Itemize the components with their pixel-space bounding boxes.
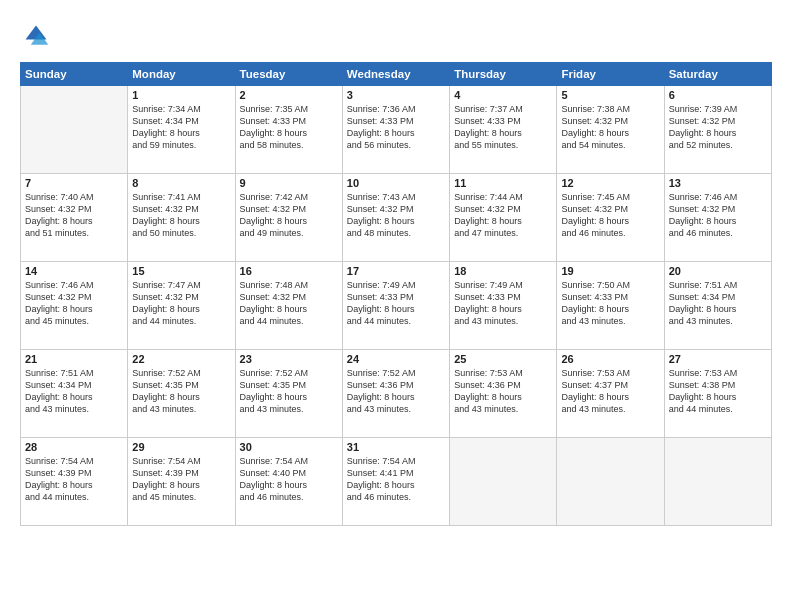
cell-info: Sunrise: 7:53 AM Sunset: 4:37 PM Dayligh…	[561, 367, 659, 416]
day-number: 14	[25, 265, 123, 277]
calendar-header-row: SundayMondayTuesdayWednesdayThursdayFrid…	[21, 63, 772, 86]
calendar-cell: 15Sunrise: 7:47 AM Sunset: 4:32 PM Dayli…	[128, 262, 235, 350]
calendar-cell: 23Sunrise: 7:52 AM Sunset: 4:35 PM Dayli…	[235, 350, 342, 438]
logo	[20, 22, 54, 54]
cell-info: Sunrise: 7:45 AM Sunset: 4:32 PM Dayligh…	[561, 191, 659, 240]
cell-info: Sunrise: 7:54 AM Sunset: 4:41 PM Dayligh…	[347, 455, 445, 504]
cell-info: Sunrise: 7:43 AM Sunset: 4:32 PM Dayligh…	[347, 191, 445, 240]
calendar-cell: 19Sunrise: 7:50 AM Sunset: 4:33 PM Dayli…	[557, 262, 664, 350]
day-number: 25	[454, 353, 552, 365]
day-number: 4	[454, 89, 552, 101]
cell-info: Sunrise: 7:52 AM Sunset: 4:35 PM Dayligh…	[240, 367, 338, 416]
calendar-header-monday: Monday	[128, 63, 235, 86]
calendar-cell: 25Sunrise: 7:53 AM Sunset: 4:36 PM Dayli…	[450, 350, 557, 438]
calendar-cell	[664, 438, 771, 526]
calendar-cell: 28Sunrise: 7:54 AM Sunset: 4:39 PM Dayli…	[21, 438, 128, 526]
cell-info: Sunrise: 7:54 AM Sunset: 4:39 PM Dayligh…	[132, 455, 230, 504]
page: SundayMondayTuesdayWednesdayThursdayFrid…	[0, 0, 792, 612]
day-number: 22	[132, 353, 230, 365]
calendar-cell: 1Sunrise: 7:34 AM Sunset: 4:34 PM Daylig…	[128, 86, 235, 174]
cell-info: Sunrise: 7:34 AM Sunset: 4:34 PM Dayligh…	[132, 103, 230, 152]
calendar-cell: 11Sunrise: 7:44 AM Sunset: 4:32 PM Dayli…	[450, 174, 557, 262]
calendar-week-3: 14Sunrise: 7:46 AM Sunset: 4:32 PM Dayli…	[21, 262, 772, 350]
cell-info: Sunrise: 7:48 AM Sunset: 4:32 PM Dayligh…	[240, 279, 338, 328]
day-number: 12	[561, 177, 659, 189]
cell-info: Sunrise: 7:41 AM Sunset: 4:32 PM Dayligh…	[132, 191, 230, 240]
calendar-cell: 3Sunrise: 7:36 AM Sunset: 4:33 PM Daylig…	[342, 86, 449, 174]
calendar-cell: 6Sunrise: 7:39 AM Sunset: 4:32 PM Daylig…	[664, 86, 771, 174]
day-number: 17	[347, 265, 445, 277]
cell-info: Sunrise: 7:52 AM Sunset: 4:36 PM Dayligh…	[347, 367, 445, 416]
calendar-cell: 8Sunrise: 7:41 AM Sunset: 4:32 PM Daylig…	[128, 174, 235, 262]
day-number: 8	[132, 177, 230, 189]
day-number: 31	[347, 441, 445, 453]
calendar-cell: 4Sunrise: 7:37 AM Sunset: 4:33 PM Daylig…	[450, 86, 557, 174]
calendar-cell: 24Sunrise: 7:52 AM Sunset: 4:36 PM Dayli…	[342, 350, 449, 438]
cell-info: Sunrise: 7:54 AM Sunset: 4:39 PM Dayligh…	[25, 455, 123, 504]
calendar-cell	[450, 438, 557, 526]
cell-info: Sunrise: 7:44 AM Sunset: 4:32 PM Dayligh…	[454, 191, 552, 240]
calendar-cell	[21, 86, 128, 174]
day-number: 11	[454, 177, 552, 189]
calendar-cell: 18Sunrise: 7:49 AM Sunset: 4:33 PM Dayli…	[450, 262, 557, 350]
calendar-cell: 31Sunrise: 7:54 AM Sunset: 4:41 PM Dayli…	[342, 438, 449, 526]
cell-info: Sunrise: 7:39 AM Sunset: 4:32 PM Dayligh…	[669, 103, 767, 152]
day-number: 13	[669, 177, 767, 189]
cell-info: Sunrise: 7:36 AM Sunset: 4:33 PM Dayligh…	[347, 103, 445, 152]
day-number: 21	[25, 353, 123, 365]
cell-info: Sunrise: 7:53 AM Sunset: 4:36 PM Dayligh…	[454, 367, 552, 416]
calendar-cell	[557, 438, 664, 526]
day-number: 19	[561, 265, 659, 277]
day-number: 6	[669, 89, 767, 101]
cell-info: Sunrise: 7:47 AM Sunset: 4:32 PM Dayligh…	[132, 279, 230, 328]
calendar-table: SundayMondayTuesdayWednesdayThursdayFrid…	[20, 62, 772, 526]
calendar-header-wednesday: Wednesday	[342, 63, 449, 86]
day-number: 28	[25, 441, 123, 453]
calendar-cell: 14Sunrise: 7:46 AM Sunset: 4:32 PM Dayli…	[21, 262, 128, 350]
cell-info: Sunrise: 7:51 AM Sunset: 4:34 PM Dayligh…	[669, 279, 767, 328]
calendar-week-5: 28Sunrise: 7:54 AM Sunset: 4:39 PM Dayli…	[21, 438, 772, 526]
calendar-cell: 26Sunrise: 7:53 AM Sunset: 4:37 PM Dayli…	[557, 350, 664, 438]
day-number: 23	[240, 353, 338, 365]
cell-info: Sunrise: 7:35 AM Sunset: 4:33 PM Dayligh…	[240, 103, 338, 152]
calendar-cell: 13Sunrise: 7:46 AM Sunset: 4:32 PM Dayli…	[664, 174, 771, 262]
day-number: 16	[240, 265, 338, 277]
day-number: 18	[454, 265, 552, 277]
calendar-cell: 20Sunrise: 7:51 AM Sunset: 4:34 PM Dayli…	[664, 262, 771, 350]
day-number: 3	[347, 89, 445, 101]
cell-info: Sunrise: 7:49 AM Sunset: 4:33 PM Dayligh…	[454, 279, 552, 328]
cell-info: Sunrise: 7:40 AM Sunset: 4:32 PM Dayligh…	[25, 191, 123, 240]
calendar-cell: 7Sunrise: 7:40 AM Sunset: 4:32 PM Daylig…	[21, 174, 128, 262]
day-number: 5	[561, 89, 659, 101]
calendar-cell: 10Sunrise: 7:43 AM Sunset: 4:32 PM Dayli…	[342, 174, 449, 262]
calendar-week-1: 1Sunrise: 7:34 AM Sunset: 4:34 PM Daylig…	[21, 86, 772, 174]
day-number: 2	[240, 89, 338, 101]
calendar-cell: 22Sunrise: 7:52 AM Sunset: 4:35 PM Dayli…	[128, 350, 235, 438]
day-number: 1	[132, 89, 230, 101]
day-number: 10	[347, 177, 445, 189]
day-number: 30	[240, 441, 338, 453]
calendar-cell: 30Sunrise: 7:54 AM Sunset: 4:40 PM Dayli…	[235, 438, 342, 526]
cell-info: Sunrise: 7:38 AM Sunset: 4:32 PM Dayligh…	[561, 103, 659, 152]
calendar-header-saturday: Saturday	[664, 63, 771, 86]
header	[20, 18, 772, 54]
day-number: 20	[669, 265, 767, 277]
calendar-week-4: 21Sunrise: 7:51 AM Sunset: 4:34 PM Dayli…	[21, 350, 772, 438]
calendar-cell: 21Sunrise: 7:51 AM Sunset: 4:34 PM Dayli…	[21, 350, 128, 438]
calendar-cell: 16Sunrise: 7:48 AM Sunset: 4:32 PM Dayli…	[235, 262, 342, 350]
calendar-cell: 17Sunrise: 7:49 AM Sunset: 4:33 PM Dayli…	[342, 262, 449, 350]
calendar-week-2: 7Sunrise: 7:40 AM Sunset: 4:32 PM Daylig…	[21, 174, 772, 262]
cell-info: Sunrise: 7:42 AM Sunset: 4:32 PM Dayligh…	[240, 191, 338, 240]
cell-info: Sunrise: 7:54 AM Sunset: 4:40 PM Dayligh…	[240, 455, 338, 504]
cell-info: Sunrise: 7:51 AM Sunset: 4:34 PM Dayligh…	[25, 367, 123, 416]
cell-info: Sunrise: 7:37 AM Sunset: 4:33 PM Dayligh…	[454, 103, 552, 152]
day-number: 24	[347, 353, 445, 365]
calendar-header-friday: Friday	[557, 63, 664, 86]
calendar-header-tuesday: Tuesday	[235, 63, 342, 86]
day-number: 26	[561, 353, 659, 365]
calendar-cell: 9Sunrise: 7:42 AM Sunset: 4:32 PM Daylig…	[235, 174, 342, 262]
calendar-header-sunday: Sunday	[21, 63, 128, 86]
cell-info: Sunrise: 7:52 AM Sunset: 4:35 PM Dayligh…	[132, 367, 230, 416]
logo-icon	[22, 22, 50, 50]
calendar-cell: 2Sunrise: 7:35 AM Sunset: 4:33 PM Daylig…	[235, 86, 342, 174]
